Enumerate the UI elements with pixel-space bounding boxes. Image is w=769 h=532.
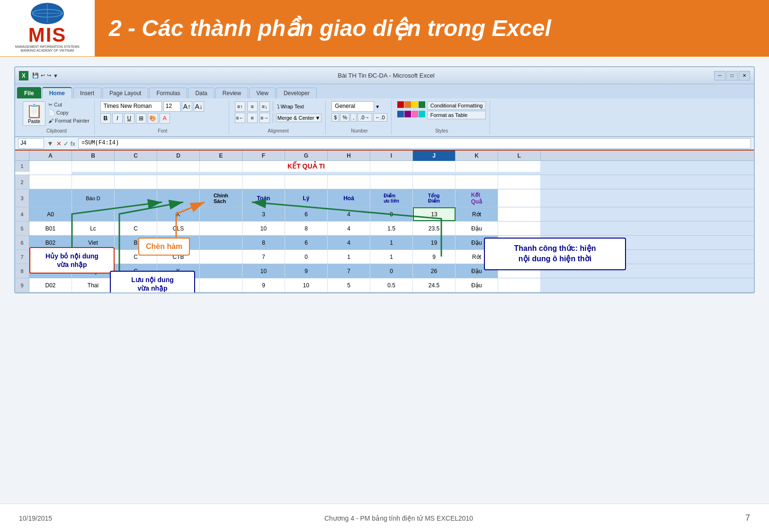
col-header-l[interactable]: L — [498, 151, 541, 161]
cell-l1[interactable] — [29, 172, 72, 175]
cell-f7[interactable]: 7 — [242, 250, 285, 264]
cell-b3[interactable]: Báo D — [72, 189, 115, 207]
cut-button[interactable]: ✂ Cut — [47, 101, 90, 108]
col-header-h[interactable]: H — [328, 151, 370, 161]
font-name-box[interactable]: Times New Roman — [100, 101, 162, 112]
cell-d3[interactable] — [157, 189, 200, 207]
cell-g6[interactable]: 6 — [285, 236, 328, 249]
cell-l5[interactable] — [498, 222, 541, 235]
col-header-e[interactable]: E — [200, 151, 242, 161]
cell-g2[interactable] — [285, 175, 328, 189]
align-bottom-button[interactable]: ≡↓ — [259, 101, 270, 112]
number-dropdown-icon[interactable]: ▼ — [375, 104, 380, 109]
cell-c3[interactable] — [115, 189, 157, 207]
col-header-i[interactable]: I — [370, 151, 413, 161]
cell-e5[interactable] — [200, 222, 242, 235]
insert-function-icon[interactable]: fx — [71, 140, 75, 147]
cell-l2[interactable] — [498, 175, 541, 189]
cell-d5[interactable]: CLS — [157, 222, 200, 235]
cell-a9[interactable]: D02 — [29, 278, 72, 292]
cell-j8[interactable]: 26 — [413, 264, 456, 278]
close-button[interactable]: ✕ — [739, 71, 750, 80]
conditional-formatting-button[interactable]: Conditional Formatting — [427, 101, 486, 110]
fill-color-button[interactable]: 🎨 — [148, 113, 158, 124]
cell-l3[interactable] — [498, 189, 541, 207]
cell-j4[interactable]: 13 — [413, 207, 456, 221]
cell-c5[interactable]: C — [115, 222, 157, 235]
tab-data[interactable]: Data — [188, 88, 214, 98]
merge-center-button[interactable]: Merge & Center ▼ — [276, 114, 322, 122]
cell-h8[interactable]: 7 — [328, 264, 370, 278]
align-middle-button[interactable]: ≡ — [247, 101, 258, 112]
align-right-button[interactable]: ≡→ — [259, 113, 270, 123]
cell-g3[interactable]: Lý — [285, 189, 328, 207]
cell-g8[interactable]: 9 — [285, 264, 328, 278]
format-as-table-button[interactable]: Format as Table — [427, 111, 486, 119]
cell-j1[interactable] — [498, 161, 541, 172]
cancel-formula-icon[interactable]: ✕ — [56, 140, 62, 147]
cell-g1[interactable] — [370, 161, 413, 172]
cell-e3[interactable]: ChínhSách — [200, 189, 242, 207]
cell-e7[interactable] — [200, 250, 242, 264]
cell-h7[interactable]: 1 — [328, 250, 370, 264]
col-header-f[interactable]: F — [242, 151, 285, 161]
align-center-button[interactable]: ≡ — [247, 113, 258, 123]
percent-button[interactable]: % — [340, 113, 349, 122]
paste-button[interactable]: 📋 Paste — [23, 101, 45, 126]
increase-decimal-button[interactable]: ←.0 — [373, 113, 387, 122]
col-header-g[interactable]: G — [285, 151, 328, 161]
format-painter-button[interactable]: 🖌 Format Painter — [47, 117, 90, 124]
dollar-button[interactable]: $ — [331, 113, 339, 122]
cell-i9[interactable]: 0.5 — [370, 278, 413, 292]
col-header-b[interactable]: B — [72, 151, 115, 161]
cell-a3[interactable] — [29, 189, 72, 207]
cell-f3[interactable]: Toán — [242, 189, 285, 207]
cell-i7[interactable]: 1 — [370, 250, 413, 264]
cell-reference-box[interactable]: J4 — [18, 138, 44, 149]
col-header-d[interactable]: D — [157, 151, 200, 161]
col-header-j[interactable]: J — [413, 151, 456, 161]
cell-k9[interactable]: Đậu — [456, 278, 498, 292]
cell-h5[interactable]: 4 — [328, 222, 370, 235]
cell-d4[interactable]: K — [157, 207, 200, 221]
cell-f2[interactable] — [242, 175, 285, 189]
cell-i5[interactable]: 1.5 — [370, 222, 413, 235]
cell-a5[interactable]: B01 — [29, 222, 72, 235]
dropdown-icon[interactable]: ▼ — [53, 73, 58, 79]
col-header-k[interactable]: K — [456, 151, 498, 161]
cell-b1[interactable] — [72, 161, 115, 172]
tab-home[interactable]: Home — [42, 87, 72, 98]
cell-k2[interactable] — [456, 175, 498, 189]
cell-i8[interactable]: 0 — [370, 264, 413, 278]
cell-j9[interactable]: 24.5 — [413, 278, 456, 292]
cell-a4[interactable]: A0 — [29, 207, 72, 221]
cell-i2[interactable] — [370, 175, 413, 189]
wrap-text-button[interactable]: ⤵ Wrap Text — [276, 103, 305, 110]
cell-j2[interactable] — [413, 175, 456, 189]
cell-j3[interactable]: TổngĐiểm — [413, 189, 456, 207]
cell-c4[interactable] — [115, 207, 157, 221]
tab-insert[interactable]: Insert — [73, 88, 101, 98]
decrease-decimal-button[interactable]: .0→ — [358, 113, 372, 122]
underline-button[interactable]: U — [124, 113, 134, 124]
cell-f8[interactable]: 10 — [242, 264, 285, 278]
cell-h4[interactable]: 4 — [328, 207, 370, 221]
cell-e1[interactable] — [200, 161, 242, 172]
cell-h6[interactable]: 4 — [328, 236, 370, 249]
cell-j5[interactable]: 23.5 — [413, 222, 456, 235]
cell-j7[interactable]: 9 — [413, 250, 456, 264]
cell-c1[interactable] — [115, 161, 157, 172]
cell-i6[interactable]: 1 — [370, 236, 413, 249]
copy-button[interactable]: 📄 Copy — [47, 109, 90, 116]
minimize-button[interactable]: ─ — [714, 71, 725, 80]
cell-d2[interactable] — [157, 175, 200, 189]
cell-f5[interactable]: 10 — [242, 222, 285, 235]
font-color-button[interactable]: A — [160, 113, 170, 124]
cell-b5[interactable]: Lc — [72, 222, 115, 235]
cell-b4[interactable] — [72, 207, 115, 221]
cell-e6[interactable] — [200, 236, 242, 249]
bold-button[interactable]: B — [100, 113, 111, 124]
cell-e4[interactable] — [200, 207, 242, 221]
cell-g4[interactable]: 6 — [285, 207, 328, 221]
cell-f6[interactable]: 8 — [242, 236, 285, 249]
